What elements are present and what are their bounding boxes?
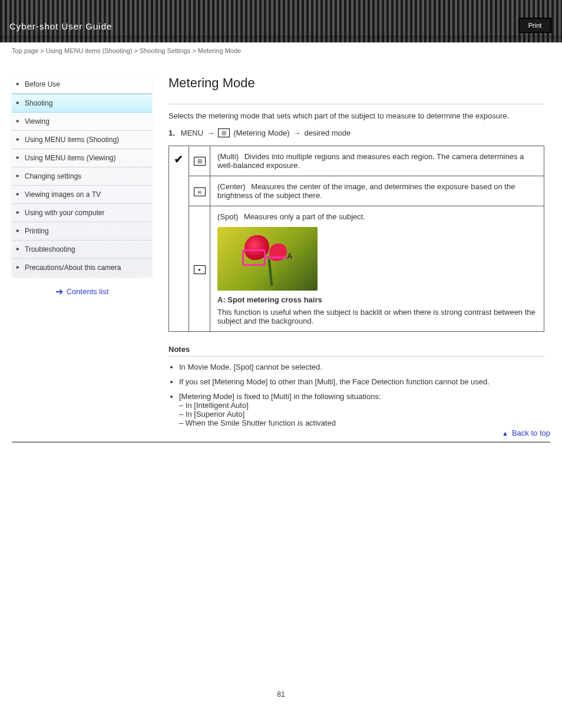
option-desc: Measures only a part of the subject. <box>244 212 365 221</box>
option-desc: Measures the center of the image, and de… <box>217 182 515 200</box>
range-label: A <box>287 252 292 261</box>
spot-sample-image: A <box>217 227 318 291</box>
metering-mode-icon <box>218 129 230 137</box>
arrow-right-icon: ➔ <box>55 286 63 297</box>
step-desired-label: desired mode <box>305 129 351 137</box>
list-item: In Movie Mode, [Spot] cannot be selected… <box>179 363 544 371</box>
checkmark-icon: ✔ <box>174 153 184 166</box>
back-to-top-label: Back to top <box>512 429 550 437</box>
sidebar-item-printing[interactable]: Printing <box>12 222 152 241</box>
step-menu-label: MENU <box>181 129 203 137</box>
table-row: (Center) Measures the center of the imag… <box>169 176 544 206</box>
main-content: Metering Mode Selects the metering mode … <box>168 75 550 433</box>
page-title: Metering Mode <box>168 75 544 91</box>
list-item: [Metering Mode] is fixed to [Multi] in t… <box>179 392 544 427</box>
sidebar-item-computer[interactable]: Using with your computer <box>12 204 152 222</box>
sidebar-nav: Before Use Shooting Viewing Using MENU i… <box>12 75 152 276</box>
spot-note: This function is useful when the subject… <box>217 308 537 325</box>
contents-list-link[interactable]: ➔ Contents list <box>12 286 152 297</box>
notes-list: In Movie Mode, [Spot] cannot be selected… <box>168 363 544 427</box>
spot-legend: A: Spot metering cross hairs <box>217 295 322 304</box>
option-label: (Center) <box>217 182 246 191</box>
sidebar-item-changing-settings[interactable]: Changing settings <box>12 167 152 186</box>
option-label: (Spot) <box>217 212 238 221</box>
sidebar-item-before-use[interactable]: Before Use <box>12 75 152 94</box>
options-table: ✔ (Multi) Divides into multiple regions … <box>168 146 544 332</box>
multi-icon <box>194 157 206 166</box>
range-pointer-icon <box>266 256 287 258</box>
table-row: ✔ (Multi) Divides into multiple regions … <box>169 146 544 176</box>
range-finder-frame-icon <box>242 249 266 266</box>
triangle-up-icon: ▲ <box>502 430 508 437</box>
notes-heading: Notes <box>168 345 544 354</box>
notes-rule <box>168 356 544 357</box>
arrow-icon: → <box>293 129 301 137</box>
header-fade <box>0 35 562 42</box>
product-title: Cyber-shot User Guide <box>9 21 112 31</box>
arrow-icon: → <box>207 129 214 137</box>
option-desc: Divides into multiple regions and measur… <box>217 152 524 170</box>
contents-list-label: Contents list <box>67 287 109 296</box>
center-icon <box>194 187 206 196</box>
sidebar-item-precautions[interactable]: Precautions/About this camera <box>12 259 152 276</box>
step-metering-label: (Metering Mode) <box>233 129 289 137</box>
sidebar-item-shooting[interactable]: Shooting <box>12 94 152 113</box>
sidebar-item-viewing[interactable]: Viewing <box>12 113 152 131</box>
step-number: 1. <box>168 129 175 137</box>
table-row: (Spot) Measures only a part of the subje… <box>169 206 544 332</box>
sidebar-item-tv[interactable]: Viewing images on a TV <box>12 186 152 204</box>
bottom-rule: ▲ Back to top <box>12 442 550 443</box>
print-button[interactable]: Print <box>518 18 551 33</box>
sidebar-item-menu-viewing[interactable]: Using MENU items (Viewing) <box>12 149 152 167</box>
spot-icon <box>194 265 206 274</box>
option-label: (Multi) <box>217 152 239 161</box>
back-to-top-link[interactable]: ▲ Back to top <box>502 429 550 437</box>
header-band: Cyber-shot User Guide Print <box>0 0 562 42</box>
breadcrumb: Top page > Using MENU items (Shooting) >… <box>0 42 562 54</box>
step-1: 1. MENU → (Metering Mode) → desired mode <box>168 129 544 137</box>
sidebar: Before Use Shooting Viewing Using MENU i… <box>12 75 152 433</box>
list-item: If you set [Metering Mode] to other than… <box>179 377 544 386</box>
sidebar-item-troubleshooting[interactable]: Troubleshooting <box>12 241 152 259</box>
sidebar-item-menu-shooting[interactable]: Using MENU items (Shooting) <box>12 131 152 149</box>
lead-text: Selects the metering mode that sets whic… <box>168 111 544 120</box>
page-number: 81 <box>0 690 562 710</box>
title-rule <box>168 104 544 104</box>
